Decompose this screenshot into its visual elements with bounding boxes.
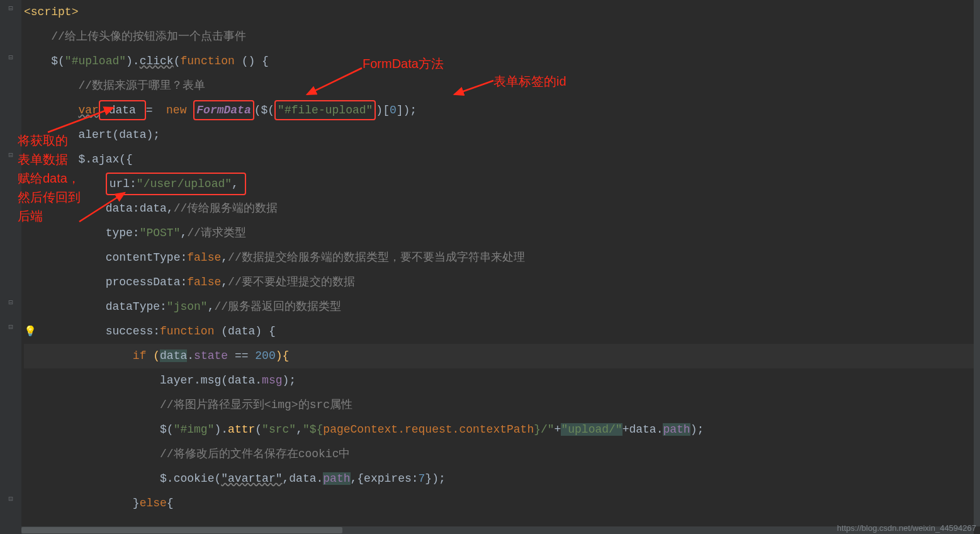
code-line: $.ajax({	[24, 147, 980, 172]
watermark: https://blog.csdn.net/weixin_44594267	[837, 523, 976, 533]
code-editor[interactable]: ⊟ ⊟ ⊟ ⊟ ⊟ ⊟ 💡 <script> //给上传头像的按钮添加一个点击事…	[0, 0, 980, 534]
code-line: success:function (data) {	[24, 319, 980, 344]
vertical-scrollbar[interactable]	[974, 0, 980, 526]
code-line: if (data.state == 200){	[24, 344, 980, 368]
code-line: <script>	[24, 0, 980, 25]
fold-icon[interactable]: ⊟	[6, 151, 15, 160]
fold-icon[interactable]: ⊟	[6, 323, 15, 332]
code-line: //将图片路径显示到<img>的src属性	[24, 393, 980, 418]
code-line: var data = new FormData($("#file-upload"…	[24, 98, 980, 123]
code-area[interactable]: <script> //给上传头像的按钮添加一个点击事件 $("#upload")…	[21, 0, 980, 516]
code-line: $("#upload").click(function () {	[24, 49, 980, 74]
code-line: contentType:false,//数据提交给服务端的数据类型，要不要当成字…	[24, 246, 980, 270]
code-line: //将修改后的文件名保存在cookic中	[24, 442, 980, 467]
fold-icon[interactable]: ⊟	[6, 495, 15, 504]
code-line: //给上传头像的按钮添加一个点击事件	[24, 25, 980, 49]
code-line: alert(data);	[24, 123, 980, 147]
editor-gutter: ⊟ ⊟ ⊟ ⊟ ⊟ ⊟ 💡	[0, 0, 21, 534]
code-line: $.cookie("avartar",data.path,{expires:7}…	[24, 467, 980, 491]
code-line: }else{	[24, 491, 980, 516]
fold-icon[interactable]: ⊟	[6, 54, 15, 62]
code-line: url:"/user/upload",	[24, 172, 980, 196]
horizontal-scrollbar[interactable]	[21, 526, 974, 534]
fold-icon[interactable]: ⊟	[6, 4, 15, 13]
fold-icon[interactable]: ⊟	[6, 298, 15, 307]
code-line: data:data,//传给服务端的数据	[24, 196, 980, 221]
code-line: dataType:"json",//服务器返回的数据类型	[24, 295, 980, 319]
code-line: //数据来源于哪里？表单	[24, 74, 980, 98]
code-line: type:"POST",//请求类型	[24, 221, 980, 246]
code-line: layer.msg(data.msg);	[24, 368, 980, 393]
scrollbar-thumb[interactable]	[21, 527, 342, 533]
code-line: processData:false,//要不要处理提交的数据	[24, 270, 980, 295]
code-line: $("#img").attr("src","${pageContext.requ…	[24, 418, 980, 442]
